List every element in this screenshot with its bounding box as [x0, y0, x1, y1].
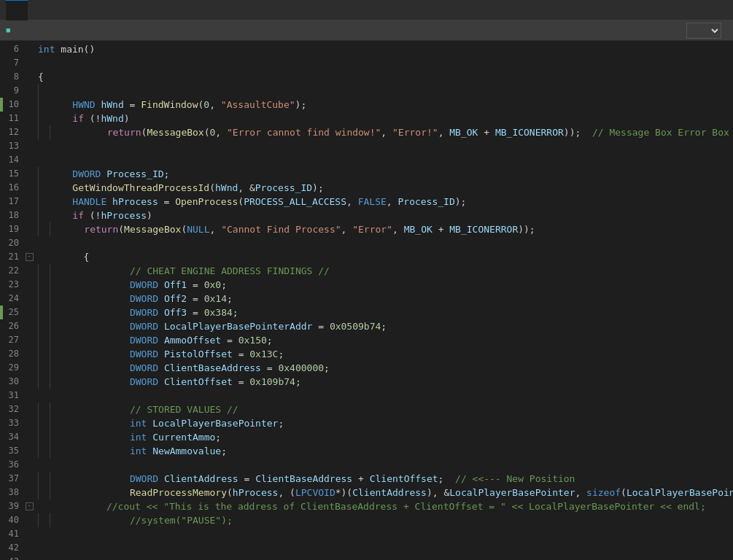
indent-guide — [50, 375, 61, 389]
indent-guide — [50, 486, 61, 499]
code-rows: int main(){ HWND hWnd = FindWindow(0, "A… — [38, 42, 733, 560]
indent-guide — [50, 306, 61, 319]
code-content: int main() — [38, 42, 95, 56]
code-row: //cout << "This is the address of Client… — [38, 499, 733, 513]
line-number-row: 10 — [0, 98, 38, 112]
line-number: 18 — [3, 209, 23, 222]
line-number: 33 — [3, 416, 23, 430]
code-row: DWORD ClientOffset = 0x109b74; — [38, 375, 733, 389]
line-number-row: 30 — [0, 375, 38, 389]
code-row: DWORD AmmoOffset = 0x150; — [38, 333, 733, 347]
code-content: DWORD AmmoOffset = 0x150; — [61, 333, 273, 347]
line-number: 31 — [3, 389, 23, 402]
code-row: DWORD ClientAddress = ClientBaseAddress … — [38, 472, 733, 486]
code-row: int CurrentAmmo; — [38, 430, 733, 444]
indent-guide — [38, 375, 50, 389]
line-number: 37 — [3, 472, 23, 486]
code-content: HWND hWnd = FindWindow(0, "AssaultCube")… — [50, 98, 306, 112]
line-number: 25 — [3, 306, 23, 319]
fold-indicator[interactable]: - — [23, 502, 35, 510]
line-number: 14 — [3, 153, 23, 167]
line-number-row: 11 — [0, 112, 38, 125]
indent-guide — [50, 222, 61, 236]
indent-guide — [38, 513, 50, 527]
code-area[interactable]: int main(){ HWND hWnd = FindWindow(0, "A… — [38, 41, 733, 560]
code-row: // CHEAT ENGINE ADDRESS FINDINGS // — [38, 264, 733, 278]
code-row: DWORD Off3 = 0x384; — [38, 306, 733, 319]
indent-guide — [38, 98, 50, 112]
line-number: 32 — [3, 402, 23, 416]
indent-guide — [50, 319, 61, 333]
code-row — [38, 541, 733, 555]
fold-icon[interactable]: - — [26, 502, 34, 510]
line-number-row: 22 — [0, 264, 38, 278]
indent-guide — [50, 292, 61, 306]
code-row: ReadProcessMemory(hProcess, (LPCVOID*)(C… — [38, 486, 733, 499]
indent-guide — [38, 264, 50, 278]
line-number-row: 39- — [0, 499, 38, 513]
line-number-row: 42 — [0, 541, 38, 555]
code-content: if (!hProcess) — [50, 209, 152, 222]
indent-guide — [38, 486, 50, 499]
code-content: //cout << "This is the address of Client… — [38, 499, 706, 513]
code-row: if (!hWnd) — [38, 112, 733, 125]
fold-icon[interactable]: - — [26, 253, 34, 261]
line-number-row: 14 — [0, 153, 38, 167]
project-selector[interactable]: ■ — [6, 26, 14, 35]
indent-guide — [50, 513, 61, 527]
code-content: DWORD LocalPlayerBasePointerAddr = 0x050… — [61, 319, 387, 333]
code-content: return(MessageBox(0, "Error cannot find … — [61, 125, 729, 139]
code-content: DWORD Off2 = 0x14; — [61, 292, 233, 306]
code-row: { — [38, 250, 733, 264]
line-number-row: 32 — [0, 402, 38, 416]
fold-indicator[interactable]: - — [23, 253, 35, 261]
config-dropdown[interactable] — [686, 23, 721, 39]
code-row: DWORD ClientBaseAddress = 0x400000; — [38, 361, 733, 375]
indent-guide — [38, 181, 50, 195]
line-number: 43 — [3, 555, 23, 560]
line-number-row: 31 — [0, 389, 38, 402]
line-number-row: 34 — [0, 430, 38, 444]
indent-guide — [38, 306, 50, 319]
code-row: int main() — [38, 42, 733, 56]
code-content: int LocalPlayerBasePointer; — [61, 416, 284, 430]
line-number: 35 — [3, 444, 23, 458]
line-number-row: 21- — [0, 250, 38, 264]
code-row: return(MessageBox(NULL, "Cannot Find Pro… — [38, 222, 733, 236]
indent-guide — [38, 319, 50, 333]
code-content: { — [38, 70, 44, 84]
line-number: 6 — [3, 42, 23, 56]
line-number: 15 — [3, 167, 23, 181]
line-number-row: 20 — [0, 236, 38, 250]
indent-guide — [50, 264, 61, 278]
code-row: DWORD LocalPlayerBasePointerAddr = 0x050… — [38, 319, 733, 333]
line-number: 8 — [3, 70, 23, 84]
project-icon: ■ — [6, 26, 11, 35]
line-number: 7 — [3, 56, 23, 70]
code-content: DWORD Off1 = 0x0; — [61, 278, 227, 292]
indent-guide — [38, 278, 50, 292]
line-number-row: 40 — [0, 513, 38, 527]
indent-guide — [50, 430, 61, 444]
line-number: 39 — [3, 499, 23, 513]
line-number-row: 41 — [0, 527, 38, 541]
code-content: ReadProcessMemory(hProcess, (LPCVOID*)(C… — [61, 486, 733, 499]
line-number: 11 — [3, 112, 23, 125]
file-tab[interactable] — [6, 0, 28, 20]
line-numbers: 6789101112131415161718192021-22232425262… — [0, 42, 38, 560]
code-row: HANDLE hProcess = OpenProcess(PROCESS_AL… — [38, 195, 733, 209]
title-bar — [0, 0, 733, 20]
code-content: HANDLE hProcess = OpenProcess(PROCESS_AL… — [50, 195, 466, 209]
code-content: DWORD Off3 = 0x384; — [61, 306, 238, 319]
code-content: DWORD ClientAddress = ClientBaseAddress … — [61, 472, 575, 486]
line-number-row: 15 — [0, 167, 38, 181]
line-number-row: 43 — [0, 555, 38, 560]
line-number-row: 28 — [0, 347, 38, 361]
code-row: HWND hWnd = FindWindow(0, "AssaultCube")… — [38, 98, 733, 112]
indent-guide — [50, 444, 61, 458]
code-editor[interactable]: 6789101112131415161718192021-22232425262… — [0, 41, 733, 560]
line-number-gutter: 6789101112131415161718192021-22232425262… — [0, 41, 38, 560]
line-number-row: 38 — [0, 486, 38, 499]
code-row: DWORD Process_ID; — [38, 167, 733, 181]
indent-guide — [38, 416, 50, 430]
